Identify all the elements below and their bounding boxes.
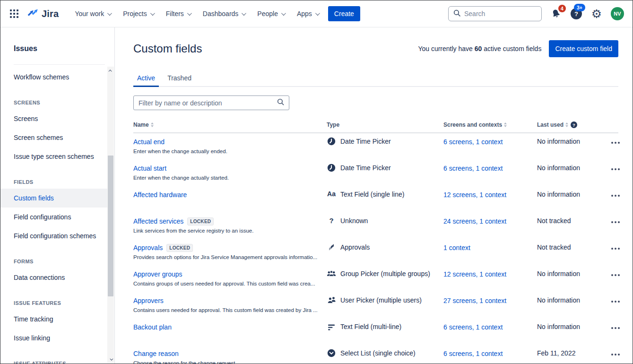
row-more-options-button[interactable]	[609, 325, 622, 331]
locked-badge: LOCKED	[166, 244, 193, 252]
scrollbar-thumb[interactable]	[108, 156, 113, 296]
screens-contexts-link[interactable]: 6 screens, 1 context	[443, 138, 503, 146]
user-avatar[interactable]: NV	[611, 7, 624, 20]
field-description: Provides search options for Jira Service…	[133, 254, 327, 260]
sidebar-item-issue-type-screen-schemes[interactable]: Issue type screen schemes	[0, 147, 107, 166]
sidebar-item-data-connections[interactable]: Data connections	[0, 268, 107, 287]
tab-active[interactable]: Active	[133, 72, 159, 86]
screens-contexts-cell: 6 screens, 1 context	[443, 323, 537, 345]
row-more-options-button[interactable]	[609, 246, 622, 251]
screens-contexts-link[interactable]: 27 screens, 1 context	[443, 297, 506, 304]
screens-contexts-link[interactable]: 6 screens, 1 context	[443, 350, 503, 357]
field-description: Link services from the service registry …	[133, 228, 327, 234]
column-header-type: Type	[327, 121, 443, 128]
screens-contexts-link[interactable]: 12 screens, 1 context	[443, 270, 506, 278]
nav-item-label: Apps	[297, 10, 312, 17]
nav-item-apps[interactable]: Apps	[292, 6, 323, 21]
field-name-link[interactable]: Actual end	[133, 138, 165, 146]
user-picker-icon	[327, 296, 336, 304]
sidebar-item-field-configurations[interactable]: Field configurations	[0, 208, 107, 226]
field-name-link[interactable]: Affected hardware	[133, 191, 187, 199]
type-label: Date Time Picker	[340, 138, 391, 145]
chevron-down-icon	[315, 11, 320, 16]
sidebar-scrollbar[interactable]	[107, 67, 114, 363]
row-more-options-button[interactable]	[609, 140, 622, 146]
help-count-badge: 3+	[574, 4, 585, 11]
active-fields-count: You currently have 60 active custom fiel…	[418, 45, 541, 52]
nav-item-label: Filters	[166, 10, 184, 17]
sidebar-item-custom-fields[interactable]: Custom fields	[0, 189, 107, 208]
last-used-cell: No information	[537, 138, 609, 160]
field-name-link[interactable]: Approvers	[133, 297, 164, 304]
sort-icon[interactable]	[151, 122, 154, 127]
field-name-link[interactable]: Approver groups	[133, 270, 182, 278]
column-header-screens-and-contexts[interactable]: Screens and contexts	[443, 121, 537, 128]
help-icon[interactable]: ?	[571, 121, 577, 128]
tab-trashed[interactable]: Trashed	[164, 72, 195, 86]
create-custom-field-button[interactable]: Create custom field	[549, 40, 618, 57]
field-name-link[interactable]: Backout plan	[133, 323, 172, 331]
nav-item-filters[interactable]: Filters	[161, 6, 195, 21]
filter-search-icon	[277, 98, 284, 107]
settings-button[interactable]: ⚙	[590, 8, 603, 20]
nav-item-dashboards[interactable]: Dashboards	[198, 6, 250, 21]
scrollbar-down-arrow-icon[interactable]	[107, 355, 114, 363]
sort-icon[interactable]	[504, 122, 507, 127]
field-name-link[interactable]: Affected services	[133, 217, 183, 225]
jira-logo[interactable]: Jira	[27, 9, 59, 19]
column-label: Last used	[537, 121, 564, 128]
filter-input[interactable]	[139, 99, 277, 107]
chevron-down-icon	[281, 11, 286, 16]
type-cell: Group Picker (multiple groups)	[327, 270, 443, 292]
row-more-options-button[interactable]	[609, 193, 622, 199]
row-more-options-button[interactable]	[609, 219, 622, 225]
help-button[interactable]: ? 3+	[570, 8, 582, 20]
column-header-name[interactable]: Name	[133, 121, 327, 128]
name-cell: ApprovalsLOCKEDProvides search options f…	[133, 243, 327, 266]
field-description: Choose the reason for the change request	[133, 360, 327, 364]
sidebar-item-screens[interactable]: Screens	[0, 109, 107, 128]
notifications-button[interactable]: 4	[550, 8, 562, 20]
date-time-picker-icon	[327, 137, 336, 146]
sidebar-item-field-configuration-schemes[interactable]: Field configuration schemes	[0, 226, 107, 245]
app-switcher-icon[interactable]	[10, 9, 18, 18]
table-row: Affected servicesLOCKEDLink services fro…	[133, 213, 618, 239]
field-name-link[interactable]: Approvals	[133, 244, 163, 251]
name-cell: Affected servicesLOCKEDLink services fro…	[133, 217, 327, 239]
global-search[interactable]	[448, 6, 542, 21]
sidebar-item-screen-schemes[interactable]: Screen schemes	[0, 128, 107, 147]
field-name-link[interactable]: Change reason	[133, 350, 179, 357]
row-more-options-button[interactable]	[609, 272, 622, 278]
sidebar-section-issue-attributes: ISSUE ATTRIBUTES	[0, 348, 114, 364]
screens-contexts-cell: 6 screens, 1 context	[443, 164, 537, 186]
column-header-last-used[interactable]: Last used?	[537, 121, 609, 128]
sidebar-item-workflow-schemes[interactable]: Workflow schemes	[0, 68, 107, 87]
search-input[interactable]	[464, 10, 530, 17]
row-more-options-button[interactable]	[609, 166, 622, 172]
nav-item-projects[interactable]: Projects	[118, 6, 158, 21]
name-cell: Backout plan	[133, 323, 327, 345]
nav-item-people[interactable]: People	[252, 6, 289, 21]
nav-item-label: Dashboards	[203, 10, 239, 17]
create-button[interactable]: Create	[328, 6, 360, 21]
sidebar-item-time-tracking[interactable]: Time tracking	[0, 310, 107, 329]
count-value: 60	[475, 45, 482, 52]
field-name-link[interactable]: Actual start	[133, 165, 166, 172]
jira-logo-icon	[27, 9, 39, 19]
screens-contexts-link[interactable]: 24 screens, 1 context	[443, 217, 506, 225]
screens-contexts-link[interactable]: 1 context	[443, 244, 470, 251]
row-more-options-button[interactable]	[609, 299, 622, 304]
sort-icon[interactable]	[565, 122, 568, 127]
scrollbar-up-arrow-icon[interactable]	[107, 67, 114, 74]
screens-contexts-link[interactable]: 6 screens, 1 context	[443, 323, 503, 331]
sidebar-item-issue-linking[interactable]: Issue linking	[0, 329, 107, 347]
screens-contexts-link[interactable]: 12 screens, 1 context	[443, 191, 506, 199]
primary-nav: Your workProjectsFiltersDashboardsPeople…	[70, 6, 323, 21]
row-more-options-button[interactable]	[609, 352, 622, 357]
nav-item-your-work[interactable]: Your work	[70, 6, 115, 21]
filter-field[interactable]	[133, 95, 289, 110]
table-row: Actual endEnter when the change actually…	[133, 133, 618, 160]
last-used-cell: No information	[537, 164, 609, 186]
table-row: Change reasonChoose the reason for the c…	[133, 345, 618, 364]
screens-contexts-link[interactable]: 6 screens, 1 context	[443, 165, 503, 172]
